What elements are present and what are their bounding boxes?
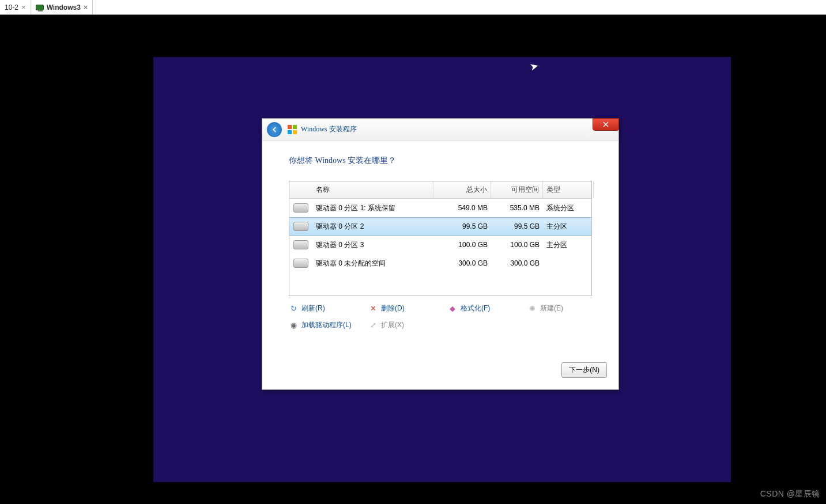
partition-row[interactable]: 驱动器 0 分区 1: 系统保留549.0 MB535.0 MB系统分区 [289, 199, 591, 217]
partition-name: 驱动器 0 分区 2 [312, 222, 433, 232]
partition-row[interactable]: 驱动器 0 分区 299.5 GB99.5 GB主分区 [289, 217, 591, 236]
delete-link[interactable]: ✕ 删除(D) [368, 304, 448, 313]
close-icon [602, 121, 609, 128]
vm-tab-0[interactable]: 10-2 × [0, 0, 31, 14]
guest-screen: Windows 安装程序 你想将 Windows 安装在哪里？ 名称 总大小 可… [153, 57, 731, 482]
refresh-link[interactable]: ↻ 刷新(R) [289, 304, 368, 313]
arrow-left-icon [270, 126, 278, 134]
monitor-icon [36, 5, 44, 10]
close-icon[interactable]: × [84, 3, 88, 12]
dialog-title: Windows 安装程序 [301, 124, 357, 134]
partition-free: 535.0 MB [491, 204, 543, 212]
partition-total: 549.0 MB [433, 204, 491, 212]
disc-icon: ◉ [289, 321, 298, 330]
titlebar: Windows 安装程序 [262, 119, 618, 141]
col-name: 名称 [312, 181, 433, 198]
partition-free: 100.0 GB [491, 241, 543, 249]
dialog-footer: 下一步(N) [561, 362, 607, 378]
format-icon: ◆ [448, 304, 457, 313]
partition-total: 100.0 GB [433, 241, 491, 249]
vm-tab-label: 10-2 [5, 3, 18, 12]
partition-table: 名称 总大小 可用空间 类型 驱动器 0 分区 1: 系统保留549.0 MB5… [289, 181, 592, 296]
watermark: CSDN @星辰镜 [760, 489, 820, 499]
close-button[interactable] [593, 118, 619, 131]
partition-free: 300.0 GB [491, 259, 543, 267]
partition-name: 驱动器 0 分区 3 [312, 240, 433, 250]
close-icon[interactable]: × [21, 3, 26, 12]
table-header: 名称 总大小 可用空间 类型 [289, 181, 591, 199]
vm-tab-label: Windows3 [47, 3, 81, 12]
disk-icon [293, 222, 308, 231]
new-link[interactable]: ✺ 新建(E) [527, 304, 607, 313]
col-total: 总大小 [433, 181, 491, 198]
page-heading: 你想将 Windows 安装在哪里？ [289, 156, 592, 166]
disk-icon [293, 240, 308, 249]
col-type: 类型 [543, 181, 594, 198]
partition-name: 驱动器 0 分区 1: 系统保留 [312, 203, 433, 213]
refresh-icon: ↻ [289, 304, 298, 313]
next-button[interactable]: 下一步(N) [561, 362, 607, 378]
partition-total: 99.5 GB [433, 222, 491, 230]
format-link[interactable]: ◆ 格式化(F) [448, 304, 527, 313]
windows-logo-icon [288, 125, 297, 134]
disk-icon [293, 203, 308, 213]
partition-free: 99.5 GB [491, 222, 543, 230]
new-icon: ✺ [527, 304, 537, 313]
delete-icon: ✕ [368, 304, 378, 313]
vm-tabstrip: 10-2 × Windows3 × [0, 0, 826, 15]
partition-total: 300.0 GB [433, 259, 491, 267]
back-button[interactable] [267, 122, 282, 137]
disk-icon [293, 259, 308, 268]
installer-dialog: Windows 安装程序 你想将 Windows 安装在哪里？ 名称 总大小 可… [262, 118, 619, 390]
partition-name: 驱动器 0 未分配的空间 [312, 259, 433, 268]
partition-row[interactable]: 驱动器 0 分区 3100.0 GB100.0 GB主分区 [289, 236, 591, 254]
partition-row[interactable]: 驱动器 0 未分配的空间300.0 GB300.0 GB [289, 254, 591, 272]
partition-type: 主分区 [543, 240, 594, 250]
load-driver-link[interactable]: ◉ 加载驱动程序(L) [289, 320, 368, 330]
partition-tools: ↻ 刷新(R) ✕ 删除(D) ◆ 格式化(F) ✺ 新建(E) ◉ 加载驱 [289, 304, 592, 330]
partition-type: 主分区 [543, 222, 594, 232]
vm-tab-1[interactable]: Windows3 × [31, 0, 93, 14]
extend-icon: ⤢ [368, 321, 378, 330]
col-free: 可用空间 [491, 181, 543, 198]
partition-type: 系统分区 [543, 203, 594, 213]
dialog-content: 你想将 Windows 安装在哪里？ 名称 总大小 可用空间 类型 驱动器 0 … [262, 141, 618, 330]
extend-link[interactable]: ⤢ 扩展(X) [368, 320, 448, 330]
